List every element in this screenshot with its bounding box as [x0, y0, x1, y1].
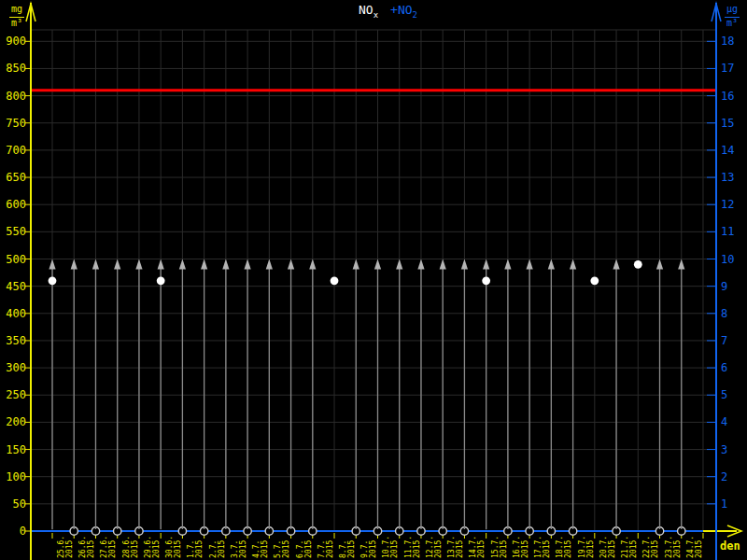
up-arrow-head-icon — [504, 259, 511, 270]
date-label: 26.6.2015 — [78, 536, 95, 558]
x-axis-title: den — [720, 539, 740, 553]
up-arrow-head-icon — [288, 259, 294, 270]
nox-point — [49, 276, 57, 285]
left-axis-tick-label: 850 — [6, 62, 26, 75]
date-label: 9.7.2015 — [360, 540, 377, 558]
nox-point — [157, 276, 165, 285]
date-label: 25.6.2015 — [57, 536, 74, 558]
series2-subscript: 2 — [413, 10, 417, 20]
left-axis-tick-label: 100 — [6, 470, 26, 483]
up-arrow-head-icon — [613, 259, 619, 270]
up-arrow-head-icon — [570, 259, 576, 270]
date-label: 7.7.2015 — [317, 540, 334, 558]
left-axis-tick-label: 600 — [6, 198, 26, 211]
nox-point — [331, 276, 339, 285]
right-axis-tick-label: 16 — [721, 90, 734, 103]
date-label: 18.7.2015 — [556, 536, 572, 558]
up-arrow-head-icon — [678, 259, 684, 270]
right-axis-tick-label: 13 — [721, 171, 734, 184]
right-unit-denominator: m³ — [720, 18, 744, 30]
up-arrow-head-icon — [656, 259, 663, 270]
date-label: 23.7.2015 — [665, 536, 682, 558]
date-label: 21.7.2015 — [621, 536, 638, 558]
right-axis-tick-label: 2 — [721, 470, 727, 483]
right-axis-tick-label: 6 — [721, 361, 727, 374]
date-label: 11.7.2015 — [404, 536, 421, 558]
left-axis-unit: mg m³ — [5, 4, 29, 29]
date-label: 6.7.2015 — [296, 540, 313, 558]
date-label: 22.7.2015 — [642, 536, 659, 558]
left-axis-tick-label: 900 — [6, 35, 26, 48]
date-label: 4.7.2015 — [252, 540, 269, 558]
date-label: 17.7.2015 — [534, 536, 551, 558]
right-axis-tick-label: 8 — [721, 307, 727, 320]
date-label: 20.7.2015 — [599, 536, 616, 558]
up-arrow-head-icon — [135, 259, 142, 270]
date-label: 24.7.2015 — [686, 536, 703, 558]
emission-chart-window: 25.6.201526.6.201527.6.201528.6.201529.6… — [0, 0, 747, 560]
date-label: 15.7.2015 — [491, 536, 508, 558]
up-arrow-head-icon — [92, 259, 99, 270]
left-axis-tick-label: 800 — [6, 90, 26, 103]
up-arrow-head-icon — [396, 259, 402, 270]
left-axis-tick-label: 500 — [6, 253, 26, 266]
date-label: 19.7.2015 — [578, 536, 595, 558]
up-arrow-head-icon — [266, 259, 273, 270]
right-axis-tick-label: 5 — [721, 388, 727, 401]
left-axis-tick-label: 300 — [6, 361, 26, 374]
up-arrow-head-icon — [222, 259, 229, 270]
date-label: 28.6.2015 — [122, 536, 139, 558]
right-axis-tick-label: 1 — [721, 497, 727, 511]
up-arrow-head-icon — [417, 259, 424, 270]
up-arrow-head-icon — [309, 259, 316, 270]
date-label: 10.7.2015 — [382, 536, 399, 558]
date-label: 12.7.2015 — [426, 536, 443, 558]
right-axis-tick-label: 4 — [721, 415, 727, 428]
left-axis-tick-label: 200 — [6, 415, 26, 428]
left-axis-tick-label: 750 — [6, 117, 26, 130]
right-axis-tick-label: 15 — [721, 117, 734, 130]
up-arrow-head-icon — [527, 259, 533, 270]
date-label: 29.6.2015 — [144, 536, 161, 558]
nox-point — [590, 276, 599, 285]
date-label: 27.6.2015 — [100, 536, 117, 558]
left-axis-tick-label: 0 — [20, 525, 26, 538]
date-label: 8.7.2015 — [339, 540, 356, 558]
left-axis-tick-label: 400 — [6, 307, 26, 320]
chart-title: NOx+NO2 — [359, 3, 417, 20]
right-axis-tick-label: 17 — [721, 62, 734, 75]
right-axis-tick-label: 14 — [721, 144, 734, 157]
left-axis-tick-label: 700 — [6, 144, 26, 157]
up-arrow-head-icon — [158, 259, 164, 270]
date-label: 1.7.2015 — [187, 540, 204, 558]
left-axis-tick-label: 650 — [6, 171, 26, 184]
series1-label: NO — [359, 3, 374, 17]
up-arrow-head-icon — [548, 259, 555, 270]
left-axis-tick-label: 250 — [6, 388, 26, 401]
series1-subscript: x — [374, 10, 378, 20]
left-axis-tick-label: 350 — [6, 334, 26, 347]
up-arrow-head-icon — [461, 259, 468, 270]
right-axis-tick-label: 18 — [721, 35, 734, 48]
nox-point — [482, 276, 490, 285]
date-label: 5.7.2015 — [274, 540, 290, 558]
left-axis-tick-label: 50 — [13, 497, 26, 511]
up-arrow-head-icon — [49, 259, 55, 270]
left-axis-tick-label: 450 — [6, 280, 26, 293]
up-arrow-head-icon — [440, 259, 446, 270]
up-arrow-head-icon — [244, 259, 250, 270]
up-arrow-head-icon — [114, 259, 120, 270]
series2-label: +NO — [390, 3, 412, 17]
date-label: 3.7.2015 — [231, 540, 247, 558]
up-arrow-head-icon — [71, 259, 78, 270]
date-label: 13.7.2015 — [447, 536, 464, 558]
up-arrow-head-icon — [353, 259, 359, 270]
right-unit-numerator: µg — [725, 4, 740, 18]
nox-point — [634, 260, 642, 269]
up-arrow-head-icon — [179, 259, 186, 270]
chart-canvas: 25.6.201526.6.201527.6.201528.6.201529.6… — [0, 0, 747, 560]
date-label: 14.7.2015 — [469, 536, 486, 558]
date-label: 30.6.2015 — [165, 536, 182, 558]
left-unit-denominator: m³ — [5, 18, 29, 30]
left-axis-tick-label: 150 — [6, 443, 26, 456]
